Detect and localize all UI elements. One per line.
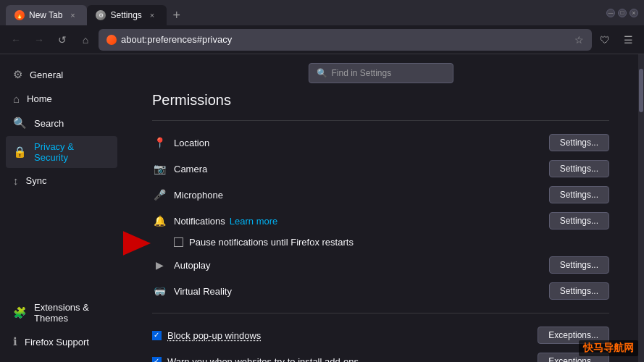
microphone-icon: 🎤 [152,189,167,201]
address-input[interactable] [121,34,570,45]
hamburger-icon: ☰ [624,34,633,46]
titlebar: 🔥 New Tab × ⚙ Settings × + [0,0,644,25]
minimize-button[interactable] [606,9,615,17]
sidebar-item-support[interactable]: ℹ Firefox Support [6,330,117,353]
main-layout: ⚙ General ⌂ Home 🔍 Search 🔒 Privacy & Se… [0,54,644,362]
warn-addons-checkbox[interactable] [152,357,162,363]
perm-left-camera: 📷 Camera [152,163,207,174]
bookmark-star-icon[interactable]: ☆ [574,34,584,46]
scrollbar-track[interactable] [638,54,644,362]
maximize-button[interactable] [618,9,627,17]
location-icon: 📍 [152,137,167,148]
microphone-settings-button[interactable]: Settings... [549,186,609,203]
perm-row-virtual-reality: 🥽 Virtual Reality Settings... [152,278,609,304]
address-bar[interactable]: ☆ [99,29,592,51]
block-popups-row: Block pop-up windows Exceptions... [152,322,609,348]
camera-icon: 📷 [152,163,167,174]
location-settings-button[interactable]: Settings... [549,134,609,151]
warn-addons-left: Warn you when websites try to install ad… [152,356,359,363]
find-settings-input[interactable] [332,68,446,78]
notifications-settings-button[interactable]: Settings... [549,212,609,230]
block-popups-checkbox[interactable] [152,331,162,340]
sidebar-bottom: 🧩 Extensions & Themes ℹ Firefox Support [6,297,117,353]
shield-button[interactable]: 🛡 [595,30,615,50]
tab-close-new-tab[interactable]: × [67,9,78,21]
reload-button[interactable]: ↺ [52,30,72,50]
sidebar: ⚙ General ⌂ Home 🔍 Search 🔒 Privacy & Se… [0,54,123,362]
tab-label-new-tab: New Tab [29,10,62,20]
sidebar-item-support-label: Firefox Support [25,337,89,348]
menu-button[interactable]: ☰ [618,30,638,50]
tab-new-tab[interactable]: 🔥 New Tab × [6,5,87,25]
support-icon: ℹ [13,335,17,348]
scrollbar-thumb[interactable] [639,69,643,112]
extensions-icon: 🧩 [13,306,27,319]
sidebar-item-home-label: Home [27,93,52,104]
notifications-learn-more-link[interactable]: Learn more [230,216,277,227]
sidebar-item-home[interactable]: ⌂ Home [6,88,117,110]
perm-left-microphone: 🎤 Microphone [152,189,223,201]
permissions-section: Permissions 📍 Location Settings... 📷 Cam… [152,92,609,362]
vr-icon: 🥽 [152,285,167,297]
forward-icon: → [34,34,44,46]
sync-icon: ↕ [13,174,19,187]
pause-notifications-checkbox[interactable] [174,237,183,247]
address-favicon [106,35,117,45]
sidebar-item-privacy[interactable]: 🔒 Privacy & Security [6,136,117,168]
sidebar-item-search[interactable]: 🔍 Search [6,111,117,135]
sidebar-item-extensions[interactable]: 🧩 Extensions & Themes [6,297,117,329]
sidebar-item-sync[interactable]: ↕ Sync [6,169,117,192]
virtual-reality-settings-button[interactable]: Settings... [549,282,609,300]
find-bar-search-icon: 🔍 [317,68,327,78]
notifications-label-row: Notifications Learn more [174,216,277,227]
pause-notifications-row: Pause notifications until Firefox restar… [152,234,609,252]
tab-settings[interactable]: ⚙ Settings × [87,5,166,25]
perm-row-camera: 📷 Camera Settings... [152,156,609,182]
back-icon: ← [11,34,21,46]
forward-button[interactable]: → [29,30,49,50]
sidebar-item-sync-label: Sync [26,175,47,186]
red-arrow-container [123,227,151,259]
perm-label-virtual-reality: Virtual Reality [174,286,232,297]
notifications-icon: 🔔 [152,215,167,227]
perm-label-microphone: Microphone [174,190,223,201]
toolbar: ← → ↺ ⌂ ☆ 🛡 ☰ [0,25,644,54]
sidebar-item-privacy-label: Privacy & Security [34,141,110,163]
shield-icon: 🛡 [600,34,610,46]
toolbar-right: 🛡 ☰ [595,30,638,50]
tab-label-settings: Settings [110,10,141,20]
home-button[interactable]: ⌂ [75,30,96,50]
watermark: 快马导航网 [579,340,638,356]
sidebar-item-search-label: Search [34,118,64,129]
pause-notifications-label: Pause notifications until Firefox restar… [189,237,354,248]
block-popups-label: Block pop-up windows [167,330,261,341]
reload-icon: ↺ [58,34,67,46]
home-nav-icon: ⌂ [13,93,20,105]
warn-addons-row: Warn you when websites try to install ad… [152,348,609,362]
close-button[interactable] [630,9,638,17]
find-bar[interactable]: 🔍 [309,63,453,83]
tab-bar: 🔥 New Tab × ⚙ Settings × + [6,0,601,25]
general-icon: ⚙ [13,68,22,81]
new-tab-button[interactable]: + [167,5,187,25]
home-icon: ⌂ [83,34,88,46]
perm-row-microphone: 🎤 Microphone Settings... [152,182,609,208]
content-area: 🔍 Permissions 📍 Location Settings... 📷 C [123,54,638,362]
perm-left-location: 📍 Location [152,137,209,148]
search-nav-icon: 🔍 [13,117,27,130]
autoplay-icon: ▶ [152,259,167,271]
tab-close-settings[interactable]: × [146,9,158,21]
block-popups-left: Block pop-up windows [152,330,261,341]
red-arrow-head [123,227,151,259]
back-button[interactable]: ← [6,30,26,50]
section-title: Permissions [152,92,609,109]
section-divider-top [152,120,609,121]
perm-left-autoplay: ▶ Autoplay [152,259,211,271]
autoplay-settings-button[interactable]: Settings... [549,256,609,274]
privacy-icon: 🔒 [13,146,27,159]
perm-row-notifications: 🔔 Notifications Learn more Settings... [152,208,609,234]
warn-addons-label: Warn you when websites try to install ad… [167,356,359,363]
camera-settings-button[interactable]: Settings... [549,160,609,177]
sidebar-item-general[interactable]: ⚙ General [6,63,117,86]
sidebar-item-extensions-label: Extensions & Themes [34,302,110,324]
